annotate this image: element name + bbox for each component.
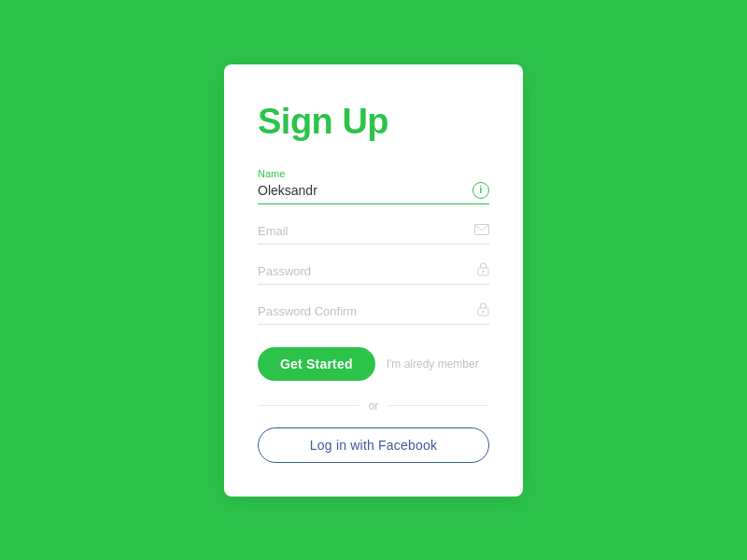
actions-row: Get Started I'm alredy member	[258, 347, 489, 381]
email-input[interactable]	[258, 221, 474, 240]
name-input-wrapper: i	[258, 181, 489, 204]
divider-line-right	[388, 405, 489, 406]
lock-icon	[477, 261, 489, 279]
get-started-button[interactable]: Get Started	[258, 347, 375, 381]
facebook-login-button[interactable]: Log in with Facebook	[258, 427, 489, 463]
password-confirm-input[interactable]	[258, 301, 477, 320]
svg-point-4	[482, 311, 484, 313]
divider-row: or	[258, 399, 489, 413]
divider-line-left	[258, 405, 359, 406]
svg-point-2	[482, 271, 484, 273]
lock-confirm-icon	[477, 301, 489, 319]
password-input-wrapper	[258, 261, 489, 285]
info-icon: i	[472, 182, 489, 199]
signup-card: Sign Up Name i	[224, 64, 523, 497]
password-confirm-input-wrapper	[258, 301, 489, 325]
password-field-group	[258, 261, 489, 285]
divider-text: or	[369, 399, 379, 413]
page-title: Sign Up	[258, 102, 489, 142]
email-icon	[474, 223, 489, 238]
name-input[interactable]	[258, 181, 472, 200]
email-field-group	[258, 221, 489, 245]
name-label: Name	[258, 168, 489, 179]
password-confirm-field-group	[258, 301, 489, 325]
email-input-wrapper	[258, 221, 489, 245]
name-field-group: Name i	[258, 168, 489, 204]
already-member-link[interactable]: I'm alredy member	[387, 357, 479, 371]
password-input[interactable]	[258, 261, 477, 280]
